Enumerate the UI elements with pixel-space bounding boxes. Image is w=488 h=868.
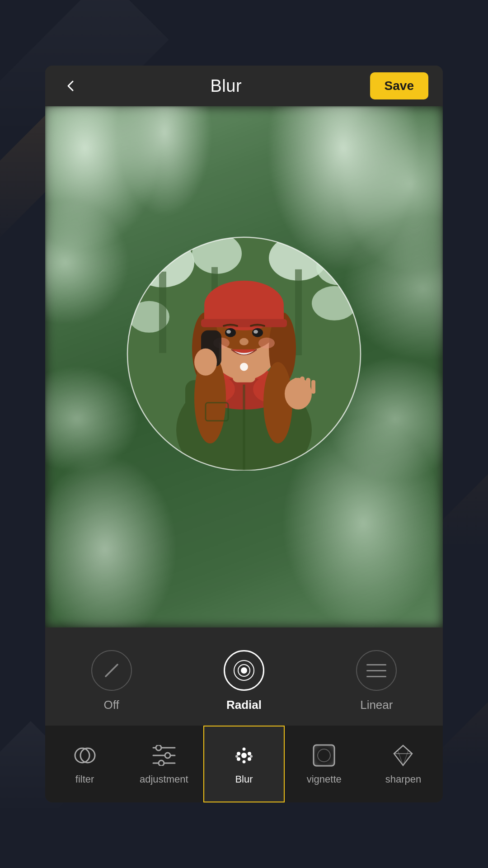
blur-option-linear[interactable]: Linear bbox=[356, 650, 397, 712]
linear-icon-circle bbox=[356, 650, 397, 691]
linear-icon bbox=[365, 659, 388, 682]
blur-tool-icon bbox=[231, 743, 257, 768]
image-area[interactable] bbox=[45, 106, 443, 627]
svg-rect-64 bbox=[314, 745, 334, 766]
svg-point-57 bbox=[248, 757, 251, 761]
save-button[interactable]: Save bbox=[370, 72, 428, 99]
radial-icon bbox=[233, 659, 255, 682]
adjustment-label: adjustment bbox=[140, 774, 188, 785]
svg-line-67 bbox=[398, 750, 403, 765]
back-button[interactable] bbox=[60, 75, 82, 97]
svg-point-52 bbox=[159, 760, 164, 766]
svg-point-59 bbox=[243, 760, 246, 764]
radial-icon-circle bbox=[224, 650, 264, 691]
sharpen-label: sharpen bbox=[385, 774, 422, 785]
svg-point-50 bbox=[156, 745, 161, 750]
blur-option-radial[interactable]: Radial bbox=[224, 650, 264, 712]
svg-point-58 bbox=[243, 748, 246, 751]
slash-icon bbox=[100, 659, 123, 682]
svg-point-54 bbox=[237, 752, 240, 755]
svg-point-51 bbox=[165, 753, 170, 758]
toolbar-item-blur[interactable]: Blur bbox=[203, 726, 284, 802]
app-container: Blur Save bbox=[45, 66, 443, 802]
sharpen-icon bbox=[390, 743, 416, 768]
bottom-toolbar: filter adjustment bbox=[45, 726, 443, 802]
header: Blur Save bbox=[45, 66, 443, 106]
toolbar-item-adjustment[interactable]: adjustment bbox=[124, 726, 203, 802]
off-icon-circle bbox=[91, 650, 132, 691]
svg-line-68 bbox=[403, 750, 408, 765]
toolbar-item-sharpen[interactable]: sharpen bbox=[364, 726, 443, 802]
svg-marker-65 bbox=[394, 745, 412, 765]
toolbar-item-filter[interactable]: filter bbox=[45, 726, 124, 802]
blur-radial-label: Radial bbox=[226, 698, 262, 712]
filter-icon bbox=[72, 743, 98, 768]
adjustment-icon bbox=[151, 743, 177, 768]
drag-handle[interactable] bbox=[240, 363, 248, 371]
page-title: Blur bbox=[211, 76, 242, 96]
blur-controls: Off Radial Linear bbox=[45, 627, 443, 726]
svg-line-44 bbox=[106, 665, 117, 676]
filter-label: filter bbox=[75, 774, 94, 785]
svg-point-61 bbox=[250, 755, 253, 758]
svg-point-60 bbox=[235, 755, 238, 758]
blur-linear-label: Linear bbox=[360, 698, 393, 712]
vignette-label: vignette bbox=[307, 774, 342, 785]
toolbar-item-vignette[interactable]: vignette bbox=[285, 726, 364, 802]
blur-tool-label: Blur bbox=[235, 774, 253, 785]
svg-point-55 bbox=[248, 752, 251, 755]
blur-off-label: Off bbox=[104, 698, 119, 712]
svg-point-53 bbox=[241, 753, 247, 758]
vignette-icon bbox=[311, 743, 337, 768]
blur-option-off[interactable]: Off bbox=[91, 650, 132, 712]
svg-point-56 bbox=[237, 757, 240, 761]
